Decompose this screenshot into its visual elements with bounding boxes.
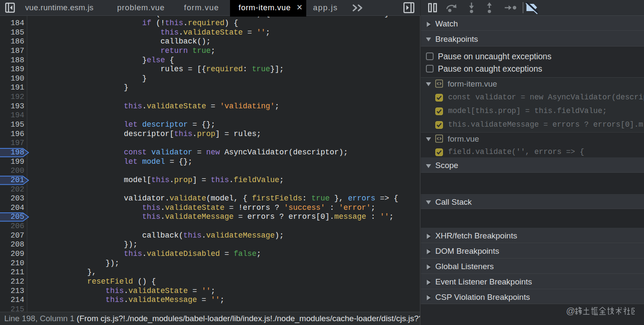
svg-text:@: @ — [566, 307, 575, 316]
